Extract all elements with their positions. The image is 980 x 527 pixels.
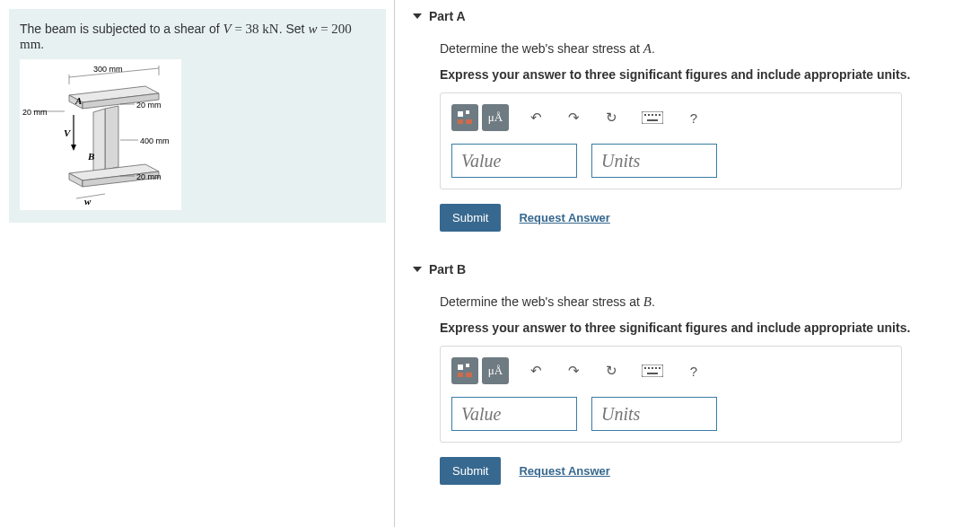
- part-a-instruction: Express your answer to three significant…: [440, 67, 962, 82]
- part-b-units-input[interactable]: [591, 397, 717, 431]
- special-chars-button-group: μÅ: [482, 357, 509, 384]
- text: Determine the web's shear stress at: [440, 294, 643, 309]
- svg-rect-20: [458, 119, 463, 124]
- svg-rect-36: [652, 367, 653, 369]
- svg-rect-39: [647, 373, 658, 374]
- problem-statement-box: The beam is subjected to a shear of V = …: [9, 9, 386, 223]
- svg-rect-32: [466, 373, 472, 377]
- part-b-answer-widget: μÅ ↶ ↷ ↻ ?: [440, 346, 902, 443]
- var-A: A: [643, 41, 652, 56]
- svg-rect-35: [648, 367, 650, 369]
- dim-400mm: 400 mm: [140, 136, 170, 145]
- svg-rect-30: [466, 364, 469, 367]
- special-chars-button[interactable]: μÅ: [484, 359, 507, 382]
- svg-marker-3: [105, 106, 118, 170]
- dim-300mm: 300 mm: [93, 65, 123, 74]
- part-a-body: Determine the web's shear stress at A. E…: [413, 41, 962, 232]
- svg-rect-18: [458, 111, 463, 117]
- svg-marker-4: [93, 109, 105, 173]
- reset-button[interactable]: ↻: [597, 358, 626, 383]
- part-b-instruction: Express your answer to three significant…: [440, 321, 962, 335]
- text: The beam is subjected to a shear of: [20, 22, 223, 36]
- var-B: B: [643, 294, 652, 309]
- redo-button[interactable]: ↷: [559, 358, 588, 383]
- svg-rect-21: [466, 119, 472, 124]
- undo-button[interactable]: ↶: [521, 105, 550, 130]
- text: . Set: [279, 22, 309, 36]
- templates-button-group: [451, 104, 478, 131]
- right-panel: Part A Determine the web's shear stress …: [395, 0, 980, 527]
- part-a-question: Determine the web's shear stress at A.: [440, 41, 962, 57]
- caret-down-icon: [413, 267, 422, 272]
- svg-rect-22: [642, 111, 663, 124]
- keyboard-button[interactable]: [634, 105, 670, 130]
- help-button[interactable]: ?: [679, 358, 708, 383]
- dim-w: w: [84, 196, 92, 206]
- keyboard-icon: [642, 111, 663, 124]
- part-a-submit-button[interactable]: Submit: [440, 204, 501, 232]
- part-a-request-answer-link[interactable]: Request Answer: [519, 211, 609, 224]
- part-b-body: Determine the web's shear stress at B. E…: [413, 294, 962, 485]
- text: .: [652, 294, 655, 309]
- svg-rect-26: [655, 114, 657, 116]
- part-a-title: Part A: [429, 9, 466, 23]
- help-button[interactable]: ?: [679, 105, 708, 130]
- part-a-answer-widget: μÅ ↶ ↷ ↻ ?: [440, 92, 902, 189]
- text: Determine the web's shear stress at: [440, 41, 643, 56]
- svg-rect-33: [642, 365, 663, 377]
- point-B: B: [87, 151, 94, 162]
- part-b-toolbar: μÅ ↶ ↷ ↻ ?: [451, 357, 890, 384]
- problem-statement: The beam is subjected to a shear of V = …: [20, 22, 375, 52]
- dim-20mm-a: 20 mm: [136, 101, 162, 110]
- svg-rect-34: [644, 367, 646, 369]
- part-a-toolbar: μÅ ↶ ↷ ↻ ?: [451, 104, 890, 131]
- part-a-value-input[interactable]: [451, 144, 577, 178]
- reset-button[interactable]: ↻: [597, 105, 626, 130]
- svg-rect-31: [458, 373, 463, 377]
- part-a-header[interactable]: Part A: [413, 9, 962, 23]
- part-a-submit-row: Submit Request Answer: [440, 204, 962, 232]
- dim-20mm-left: 20 mm: [22, 108, 48, 117]
- dim-20mm-b: 20 mm: [136, 172, 162, 181]
- svg-rect-28: [647, 119, 658, 121]
- part-b-submit-button[interactable]: Submit: [440, 457, 501, 485]
- part-b-question: Determine the web's shear stress at B.: [440, 294, 962, 310]
- beam-figure: 300 mm 20 mm 20 mm 400 mm 20 mm A B V w: [20, 59, 181, 210]
- templates-button[interactable]: [453, 106, 477, 129]
- svg-rect-27: [659, 114, 661, 116]
- part-a-units-input[interactable]: [591, 144, 717, 178]
- text: .: [652, 41, 655, 56]
- special-chars-button-group: μÅ: [482, 104, 509, 131]
- var-w: w: [308, 22, 317, 36]
- redo-button[interactable]: ↷: [559, 105, 588, 130]
- part-b-submit-row: Submit Request Answer: [440, 457, 962, 485]
- svg-rect-19: [466, 110, 469, 114]
- svg-rect-25: [652, 114, 653, 116]
- templates-button-group: [451, 357, 478, 384]
- undo-button[interactable]: ↶: [521, 358, 550, 383]
- part-b-title: Part B: [429, 262, 466, 277]
- part-b-inputs: [451, 397, 890, 431]
- caret-down-icon: [413, 13, 422, 19]
- svg-rect-24: [648, 114, 650, 116]
- var-V: V: [223, 22, 231, 36]
- part-b-request-answer-link[interactable]: Request Answer: [519, 464, 609, 478]
- part-b-value-input[interactable]: [451, 397, 577, 431]
- part-b-header[interactable]: Part B: [413, 262, 962, 277]
- svg-rect-29: [458, 365, 463, 370]
- part-b: Part B Determine the web's shear stress …: [413, 262, 962, 485]
- keyboard-button[interactable]: [634, 358, 670, 383]
- keyboard-icon: [642, 365, 663, 377]
- val-V: = 38 kN: [232, 22, 279, 36]
- left-panel: The beam is subjected to a shear of V = …: [0, 0, 395, 527]
- svg-rect-37: [655, 367, 657, 369]
- arrow-V: V: [64, 127, 72, 138]
- svg-rect-23: [644, 114, 646, 116]
- svg-rect-38: [659, 367, 661, 369]
- part-a-inputs: [451, 144, 890, 178]
- text: .: [40, 37, 44, 51]
- svg-marker-12: [71, 145, 76, 151]
- templates-button[interactable]: [453, 359, 477, 382]
- special-chars-button[interactable]: μÅ: [484, 106, 507, 129]
- point-A: A: [74, 95, 82, 106]
